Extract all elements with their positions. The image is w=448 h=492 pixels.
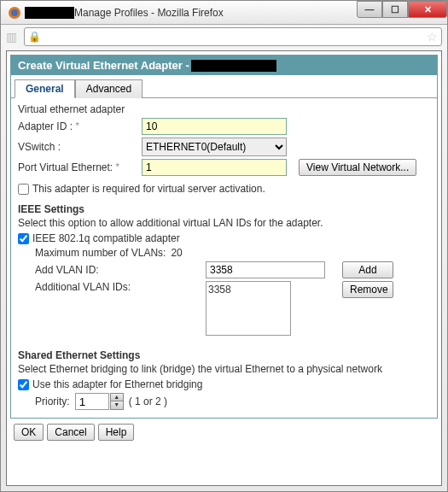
tab-general[interactable]: General xyxy=(15,79,75,98)
panel-title: Create Virtual Ethernet Adapter - xyxy=(18,59,189,72)
port-virtual-ethernet-input[interactable] xyxy=(142,159,287,176)
main-panel: Create Virtual Ethernet Adapter - Genera… xyxy=(10,55,438,419)
use-bridge-label: Use this adapter for Ethernet bridging xyxy=(32,378,202,390)
lock-icon: 🔒 xyxy=(28,31,40,43)
redacted-block xyxy=(191,60,276,72)
priority-label: Priority: xyxy=(35,395,70,407)
spinner-up-icon[interactable]: ▲ xyxy=(111,394,123,401)
max-vlans-label: Maximum number of VLANs: xyxy=(35,247,166,259)
adapter-section-label: Virtual ethernet adapter xyxy=(18,103,430,115)
remove-vlan-button[interactable]: Remove xyxy=(342,281,393,298)
list-item[interactable]: 3358 xyxy=(208,284,288,296)
close-button[interactable]: ✕ xyxy=(408,1,447,18)
panel-header: Create Virtual Ethernet Adapter - xyxy=(11,56,437,75)
tab-advanced[interactable]: Advanced xyxy=(75,79,143,98)
priority-input[interactable] xyxy=(75,393,109,410)
ieee-compat-label: IEEE 802.1q compatible adapter xyxy=(32,232,180,244)
vswitch-select[interactable]: ETHERNET0(Default) xyxy=(142,138,287,156)
ieee-settings-title: IEEE Settings xyxy=(18,203,430,215)
spinner-down-icon[interactable]: ▼ xyxy=(111,401,123,409)
help-button[interactable]: Help xyxy=(98,424,135,441)
ok-button[interactable]: OK xyxy=(14,424,44,441)
cancel-button[interactable]: Cancel xyxy=(47,424,94,441)
minimize-button[interactable]: — xyxy=(357,1,382,18)
shared-ethernet-title: Shared Ethernet Settings xyxy=(18,349,430,361)
titlebar: Manage Profiles - Mozilla Firefox — ☐ ✕ xyxy=(1,1,447,25)
priority-hint: ( 1 or 2 ) xyxy=(129,395,167,407)
window-title: Manage Profiles - Mozilla Firefox xyxy=(74,7,224,19)
additional-vlan-listbox[interactable]: 3358 xyxy=(206,281,291,336)
shared-ethernet-desc: Select Ethernet bridging to link (bridge… xyxy=(18,363,430,375)
page-content: Create Virtual Ethernet Adapter - Genera… xyxy=(6,50,442,486)
additional-vlan-label: Additional VLAN IDs: xyxy=(35,281,206,293)
max-vlans-value: 20 xyxy=(171,247,182,259)
form-body: Virtual ethernet adapter Adapter ID : * … xyxy=(11,98,437,418)
port-virtual-ethernet-label: Port Virtual Ethernet: * xyxy=(18,161,142,173)
view-virtual-network-button[interactable]: View Virtual Network... xyxy=(299,159,416,176)
bookmark-star-icon[interactable]: ☆ xyxy=(427,30,438,44)
window-controls: — ☐ ✕ xyxy=(357,1,447,18)
required-label: This adapter is required for virtual ser… xyxy=(32,183,265,195)
adapter-id-input[interactable] xyxy=(142,118,287,135)
firefox-icon xyxy=(8,6,21,20)
tab-bar: General Advanced xyxy=(11,75,437,98)
adapter-id-label: Adapter ID : * xyxy=(18,120,142,132)
vswitch-label: VSwitch : xyxy=(18,141,142,153)
browser-window: Manage Profiles - Mozilla Firefox — ☐ ✕ … xyxy=(0,0,448,492)
sidebar-toggle-icon[interactable]: ▥ xyxy=(6,30,17,44)
add-vlan-label: Add VLAN ID: xyxy=(35,264,206,276)
required-checkbox[interactable] xyxy=(18,184,29,195)
svg-point-1 xyxy=(11,9,18,16)
url-toolbar: ▥ 🔒 ☆ xyxy=(1,25,447,49)
add-vlan-button[interactable]: Add xyxy=(342,261,393,278)
priority-spinner[interactable]: ▲ ▼ xyxy=(110,393,124,410)
ieee-settings-desc: Select this option to allow additional v… xyxy=(18,217,430,229)
redacted-block xyxy=(25,7,74,19)
ieee-compat-checkbox[interactable] xyxy=(18,233,29,244)
dialog-buttons: OK Cancel Help xyxy=(10,419,438,442)
add-vlan-input[interactable] xyxy=(206,261,325,278)
url-field[interactable]: 🔒 ☆ xyxy=(24,27,442,46)
maximize-button[interactable]: ☐ xyxy=(382,1,408,18)
use-bridge-checkbox[interactable] xyxy=(18,379,29,390)
